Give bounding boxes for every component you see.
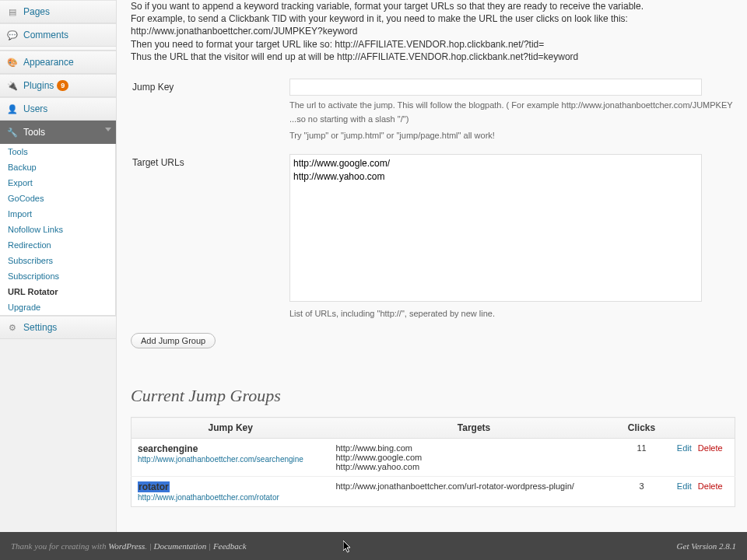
pages-icon: ▤	[6, 5, 19, 18]
col-clicks: Clicks	[619, 418, 665, 439]
submenu-item-backup[interactable]: Backup	[0, 159, 115, 175]
targets-cell: http://www.jonathanboettcher.com/url-rot…	[330, 477, 619, 507]
submenu-item-import[interactable]: Import	[0, 206, 115, 222]
comments-icon: 💬	[6, 29, 19, 41]
plugins-icon: 🔌	[6, 79, 19, 92]
jump-key-url: http://www.jonathanboettcher.com/rotator	[138, 493, 279, 502]
table-row: searchenginehttp://www.jonathanboettcher…	[132, 439, 735, 477]
tools-submenu: ToolsBackupExportGoCodesImportNofollow L…	[0, 144, 116, 316]
current-groups-heading: Current Jump Groups	[131, 386, 735, 406]
sidebar-item-settings[interactable]: ⚙Settings	[0, 316, 116, 339]
intro-line: http://www.jonathanboettcher.com/JUMPKEY…	[131, 26, 357, 37]
col-actions	[665, 418, 735, 439]
jump-key-url: http://www.jonathanboettcher.com/searche…	[138, 455, 303, 464]
tools-icon: 🔧	[6, 126, 19, 138]
wordpress-link[interactable]: WordPress	[108, 541, 145, 551]
target-urls-input[interactable]	[289, 154, 702, 302]
jump-key-label: Jump Key	[132, 74, 288, 148]
settings-icon: ⚙	[6, 321, 19, 334]
jump-key-input[interactable]	[289, 79, 702, 96]
documentation-link[interactable]: Documentation	[154, 541, 207, 551]
intro-line: Thus the URL that the visitor will end u…	[131, 51, 578, 62]
sidebar-item-label: Users	[23, 103, 47, 114]
submenu-item-export[interactable]: Export	[0, 175, 115, 191]
sidebar-item-comments[interactable]: 💬Comments	[0, 23, 116, 47]
chevron-down-icon	[105, 128, 111, 131]
intro-line: Then you need to format your target URL …	[131, 39, 544, 50]
table-row: rotatorhttp://www.jonathanboettcher.com/…	[132, 477, 735, 507]
admin-footer: Thank you for creating with WordPress. |…	[0, 532, 747, 560]
update-badge: 9	[57, 80, 68, 91]
sidebar-item-plugins[interactable]: 🔌Plugins9	[0, 74, 116, 97]
intro-text: So if you want to append a keyword track…	[131, 0, 735, 63]
sidebar-item-label: Appearance	[23, 57, 74, 68]
submenu-item-url-rotator[interactable]: URL Rotator	[0, 284, 115, 299]
add-jump-group-button[interactable]: Add Jump Group	[131, 333, 216, 348]
clicks-cell: 3	[619, 477, 665, 507]
delete-link[interactable]: Delete	[698, 481, 723, 491]
delete-link[interactable]: Delete	[698, 443, 723, 453]
jump-key-desc: Try "jump" or "jump.html" or "jump/page.…	[289, 129, 734, 143]
users-icon: 👤	[6, 103, 19, 115]
admin-sidebar: ▤Pages💬Comments 🎨Appearance🔌Plugins9👤Use…	[0, 0, 117, 532]
sidebar-item-label: Tools	[23, 127, 45, 138]
target-urls-desc: List of URLs, including "http://", seper…	[289, 307, 734, 321]
footer-thanks: Thank you for creating with WordPress. |…	[11, 541, 247, 551]
submenu-item-gocodes[interactable]: GoCodes	[0, 191, 115, 206]
col-targets: Targets	[330, 418, 619, 439]
intro-line: So if you want to append a keyword track…	[131, 1, 644, 12]
jump-groups-table: Jump Key Targets Clicks searchenginehttp…	[131, 417, 735, 507]
appearance-icon: 🎨	[6, 56, 19, 68]
sidebar-item-label: Settings	[23, 322, 57, 333]
target-urls-label: Target URLs	[132, 149, 288, 326]
submenu-item-nofollow-links[interactable]: Nofollow Links	[0, 222, 115, 237]
sidebar-item-pages[interactable]: ▤Pages	[0, 0, 116, 23]
edit-link[interactable]: Edit	[677, 481, 692, 491]
main-content: So if you want to append a keyword track…	[117, 0, 747, 532]
jump-form: Jump Key The url to activate the jump. T…	[131, 72, 735, 327]
sidebar-item-appearance[interactable]: 🎨Appearance	[0, 51, 116, 74]
sidebar-item-tools[interactable]: 🔧Tools	[0, 121, 116, 144]
feedback-link[interactable]: Feedback	[213, 541, 247, 551]
submenu-item-subscriptions[interactable]: Subscriptions	[0, 268, 115, 284]
sidebar-item-label: Pages	[23, 6, 50, 17]
jump-key-desc: The url to activate the jump. This will …	[289, 99, 734, 126]
submenu-item-subscribers[interactable]: Subscribers	[0, 253, 115, 268]
col-jump-key: Jump Key	[132, 418, 330, 439]
submenu-item-redirection[interactable]: Redirection	[0, 237, 115, 253]
targets-cell: http://www.bing.comhttp://www.google.com…	[330, 439, 619, 477]
jump-key-name: rotator	[138, 481, 170, 492]
sidebar-item-users[interactable]: 👤Users	[0, 97, 116, 121]
submenu-item-upgrade[interactable]: Upgrade	[0, 299, 115, 315]
sidebar-item-label: Comments	[23, 30, 68, 40]
submenu-item-tools[interactable]: Tools	[0, 144, 115, 159]
sidebar-item-label: Plugins	[23, 80, 54, 91]
clicks-cell: 11	[619, 439, 665, 477]
edit-link[interactable]: Edit	[677, 443, 692, 453]
get-version-link[interactable]: Get Version 2.8.1	[677, 541, 736, 551]
jump-key-name: searchengine	[138, 443, 198, 454]
intro-line: For example, to send a Clickbank TID wit…	[131, 13, 628, 24]
